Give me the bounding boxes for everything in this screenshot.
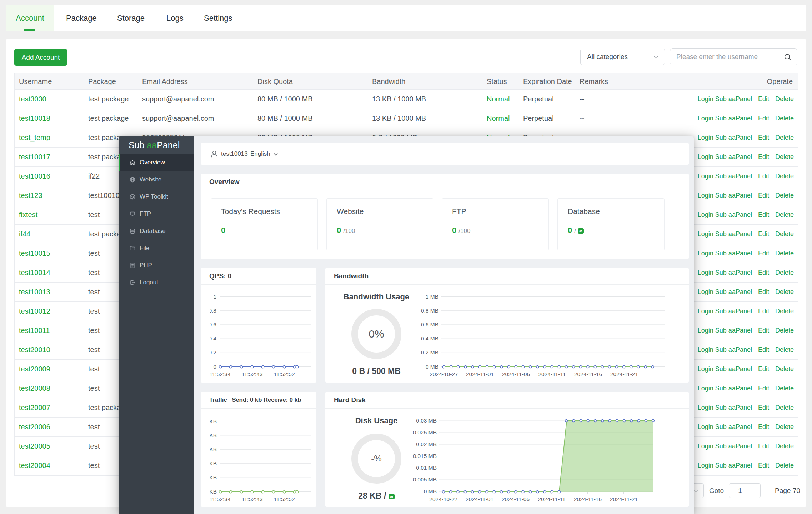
svg-text:0.4 MB: 0.4 MB — [421, 335, 438, 341]
svg-text:0.005 MB: 0.005 MB — [413, 476, 437, 483]
svg-text:KB: KB — [210, 460, 217, 466]
svg-text:2024-11-01: 2024-11-01 — [466, 496, 493, 502]
svg-text:11:52:34: 11:52:34 — [210, 496, 231, 502]
svg-text:0.025 MB: 0.025 MB — [413, 429, 437, 435]
svg-text:0.6 MB: 0.6 MB — [421, 321, 438, 328]
svg-text:0.01 MB: 0.01 MB — [416, 465, 437, 471]
svg-text:0 MB: 0 MB — [426, 364, 438, 370]
svg-text:1: 1 — [213, 294, 216, 300]
svg-text:0.6: 0.6 — [210, 321, 216, 328]
svg-text:2024-11-11: 2024-11-11 — [538, 371, 566, 377]
svg-text:KB: KB — [210, 446, 217, 452]
svg-text:11:52:34: 11:52:34 — [210, 371, 231, 377]
svg-text:2024-11-21: 2024-11-21 — [610, 496, 638, 502]
svg-text:11:52:52: 11:52:52 — [274, 371, 295, 377]
svg-text:KB: KB — [210, 489, 217, 495]
svg-text:11:52:43: 11:52:43 — [241, 371, 262, 377]
svg-text:0.02 MB: 0.02 MB — [416, 441, 437, 447]
svg-text:11:52:52: 11:52:52 — [274, 496, 295, 502]
svg-text:0.015 MB: 0.015 MB — [413, 453, 437, 459]
svg-text:2024-11-01: 2024-11-01 — [466, 371, 494, 377]
svg-text:0.8 MB: 0.8 MB — [421, 308, 438, 314]
svg-text:KB: KB — [210, 432, 217, 438]
svg-text:0 MB: 0 MB — [424, 488, 437, 494]
svg-text:2024-11-06: 2024-11-06 — [502, 496, 530, 502]
svg-text:2024-10-27: 2024-10-27 — [430, 371, 458, 377]
svg-text:1 MB: 1 MB — [426, 294, 438, 300]
svg-text:0.8: 0.8 — [210, 308, 216, 314]
svg-text:0.2 MB: 0.2 MB — [421, 349, 438, 355]
svg-text:2024-10-27: 2024-10-27 — [429, 496, 457, 502]
svg-text:2024-11-16: 2024-11-16 — [574, 371, 602, 377]
svg-text:KB: KB — [210, 474, 217, 480]
svg-text:2024-11-06: 2024-11-06 — [502, 371, 530, 377]
svg-text:0.2: 0.2 — [210, 349, 216, 355]
svg-text:2024-11-11: 2024-11-11 — [538, 496, 566, 502]
svg-text:KB: KB — [210, 418, 217, 424]
svg-text:0.03 MB: 0.03 MB — [416, 418, 437, 424]
svg-text:2024-11-21: 2024-11-21 — [610, 371, 638, 377]
svg-text:0: 0 — [213, 364, 216, 370]
svg-text:11:52:43: 11:52:43 — [241, 496, 262, 502]
svg-text:2024-11-16: 2024-11-16 — [574, 496, 602, 502]
svg-text:0.4: 0.4 — [210, 335, 216, 341]
